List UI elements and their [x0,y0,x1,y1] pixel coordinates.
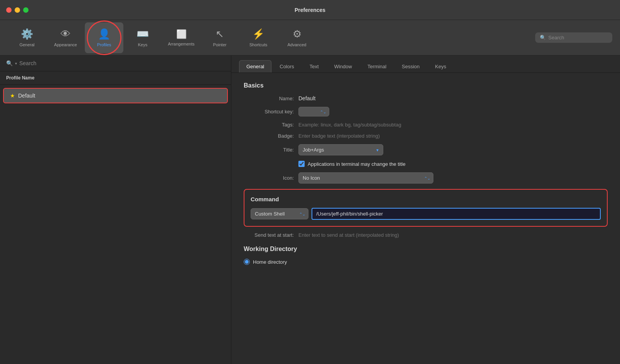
custom-shell-select[interactable]: Custom Shell Login Shell [251,208,308,219]
toolbar-label-advanced: Advanced [288,42,307,47]
toolbar-label-shortcuts: Shortcuts [249,42,267,47]
app-title-checkbox[interactable] [298,161,305,167]
command-section: Command Custom Shell Login Shell ⌃⌄ [244,189,608,227]
command-row: Custom Shell Login Shell ⌃⌄ [251,208,601,220]
badge-input[interactable] [298,133,608,139]
profile-item-default[interactable]: ★ Default [3,88,228,103]
main-content: 🔍 ▾ Profile Name ★ Default General Color… [0,56,620,364]
toolbar-label-appearance: Appearance [54,42,77,47]
shortcut-key-select-wrapper [298,107,329,116]
eye-icon: 👁 [61,28,71,40]
person-icon: 👤 [98,28,110,40]
send-text-row: Send text at start: [244,232,608,238]
send-text-input[interactable] [298,232,608,238]
toolbar-item-arrangements[interactable]: ⬜ Arrangements [162,22,200,53]
home-directory-radio-row: Home directory [244,259,608,265]
sidebar: 🔍 ▾ Profile Name ★ Default [0,56,231,364]
toolbar-label-profiles: Profiles [97,42,111,47]
tab-session[interactable]: Session [394,60,427,72]
toolbar-item-general[interactable]: ⚙️ General [8,22,46,53]
icon-label: Icon: [244,175,294,181]
icon-select-wrapper: No Icon [298,172,433,184]
title-label: Title: [244,147,294,153]
tab-colors[interactable]: Colors [272,60,302,72]
home-directory-radio[interactable] [244,259,250,265]
working-dir-section: Working Directory Home directory [244,246,608,265]
toolbar-item-advanced[interactable]: ⚙ Advanced [278,22,316,53]
tab-bar: General Colors Text Window Terminal Sess… [231,56,620,73]
command-section-title: Command [251,196,601,202]
sidebar-search-input[interactable] [19,60,225,66]
profile-name-default: Default [18,93,35,99]
toolbar-item-profiles[interactable]: 👤 Profiles [85,22,123,53]
minimize-button[interactable] [15,7,20,13]
toolbar: ⚙️ General 👁 Appearance 👤 Profiles ⌨️ Ke… [0,20,620,56]
tab-text[interactable]: Text [302,60,326,72]
search-icon: 🔍 [540,35,546,40]
titlebar: Preferences [0,0,620,20]
tags-row: Tags: [244,122,608,128]
shortcut-key-label: Shortcut key: [244,109,294,115]
lightning-icon: ⚡ [252,28,265,40]
toolbar-search[interactable]: 🔍 [535,32,612,43]
toolbar-search-input[interactable] [548,35,608,40]
toolbar-label-pointer: Pointer [213,42,227,47]
working-dir-title: Working Directory [244,246,608,253]
name-value: Default [298,95,315,101]
tags-input[interactable] [298,122,608,128]
icon-select[interactable]: No Icon [298,172,433,184]
star-icon: ★ [10,93,15,99]
panel-content: Basics Name: Default Shortcut key: Tags: [231,73,620,364]
app-title-checkbox-row: Applications in terminal may change the … [298,161,608,167]
search-chevron-icon: ▾ [15,61,17,66]
tab-window[interactable]: Window [327,60,359,72]
close-button[interactable] [6,7,12,13]
badge-label: Badge: [244,133,294,139]
badge-row: Badge: [244,133,608,139]
sidebar-search-container: 🔍 ▾ [0,56,231,71]
toolbar-item-appearance[interactable]: 👁 Appearance [46,22,85,53]
window-title: Preferences [295,7,325,13]
shortcut-key-row: Shortcut key: [244,107,608,116]
title-select-wrapper: Job+Args Job Session Name Custom [298,144,383,155]
monitor-icon: ⬜ [176,29,187,39]
title-row: Title: Job+Args Job Session Name Custom [244,144,608,155]
shortcut-key-select[interactable] [298,107,329,116]
advanced-gear-icon: ⚙ [293,28,302,40]
keyboard-icon: ⌨️ [136,28,149,40]
toolbar-item-pointer[interactable]: ↖ Pointer [200,22,239,53]
icon-row: Icon: No Icon [244,172,608,184]
search-magnifier-icon: 🔍 [6,60,13,66]
title-select[interactable]: Job+Args Job Session Name Custom [298,144,383,155]
right-panel: General Colors Text Window Terminal Sess… [231,56,620,364]
window-controls [6,7,29,13]
maximize-button[interactable] [23,7,29,13]
name-row: Name: Default [244,95,608,101]
toolbar-label-keys: Keys [138,42,147,47]
tags-label: Tags: [244,122,294,128]
tab-general[interactable]: General [239,60,271,72]
app-title-checkbox-label[interactable]: Applications in terminal may change the … [308,161,406,167]
toolbar-label-general: General [19,42,34,47]
name-label: Name: [244,96,294,101]
send-text-label: Send text at start: [244,232,294,238]
shell-path-input[interactable] [312,208,601,220]
toolbar-item-keys[interactable]: ⌨️ Keys [123,22,162,53]
basics-section-title: Basics [244,82,608,89]
custom-shell-select-wrapper: Custom Shell Login Shell ⌃⌄ [251,208,308,219]
tab-keys[interactable]: Keys [428,60,453,72]
pointer-icon: ↖ [216,28,224,40]
profile-list-header: Profile Name [0,71,231,85]
gear-icon: ⚙️ [21,28,33,40]
tab-terminal[interactable]: Terminal [360,60,394,72]
toolbar-item-shortcuts[interactable]: ⚡ Shortcuts [239,22,278,53]
toolbar-label-arrangements: Arrangements [168,42,194,46]
home-directory-label[interactable]: Home directory [253,259,287,265]
